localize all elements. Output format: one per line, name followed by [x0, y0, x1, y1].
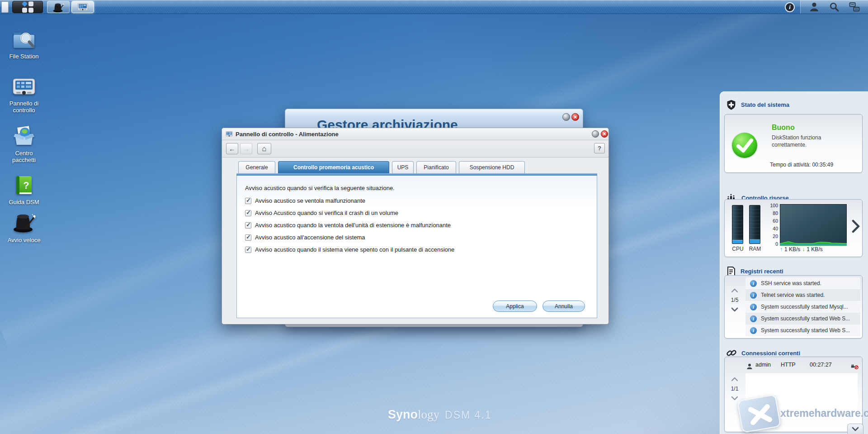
status-value: Buono — [772, 124, 795, 132]
checkbox-label: Avviso acustico se ventola malfunzionant… — [255, 197, 365, 204]
forward-button[interactable]: → — [240, 143, 252, 154]
dialog-titlebar[interactable]: Pannello di controllo - Alimentazione × — [222, 128, 609, 140]
cancel-button[interactable]: Annulla — [542, 300, 585, 312]
info-icon: i — [750, 280, 757, 287]
info-button[interactable]: i — [785, 2, 795, 12]
dialog-title: Pannello di controllo - Alimentazione — [236, 131, 339, 138]
desktop-icon-package-center[interactable]: Centro pacchetti — [4, 126, 44, 164]
page-down-chevron[interactable] — [731, 307, 738, 312]
help-book-icon: ? — [14, 175, 34, 196]
check-icon: ✓ — [246, 221, 251, 228]
info-icon: i — [750, 315, 757, 322]
checkbox-checked[interactable]: ✓ — [245, 210, 251, 216]
close-button[interactable]: × — [571, 113, 579, 121]
download-arrow-icon: ↓ — [802, 246, 805, 253]
help-button[interactable]: ? — [594, 143, 605, 153]
home-icon: ⌂ — [262, 144, 266, 153]
connections-box: 1/1 admin HTTP 00:27:27 — [724, 357, 863, 432]
checkbox-checked[interactable]: ✓ — [245, 234, 251, 241]
widgets-icon — [849, 2, 860, 12]
dialog-tabs: Generale Controllo promemoria acustico U… — [238, 161, 525, 173]
check-icon: ✓ — [246, 246, 251, 253]
minimize-button[interactable] — [592, 130, 599, 138]
cpu-gauge — [732, 205, 743, 244]
storage-manager-titlebar[interactable] — [285, 109, 583, 116]
desktop-icon-file-station[interactable]: File Station — [4, 28, 44, 60]
home-button[interactable]: ⌂ — [257, 143, 271, 154]
upload-arrow-icon: ↑ — [780, 246, 783, 253]
checkbox-checked[interactable]: ✓ — [245, 222, 251, 229]
log-row: i System successfully started Mysql... — [745, 301, 860, 313]
ram-label: RAM — [746, 246, 764, 252]
magic-hat-icon — [12, 211, 36, 234]
checkbox-label: Avviso Acustico quando si verifica il cr… — [255, 210, 398, 216]
apply-button[interactable]: Applica — [493, 300, 537, 312]
sidebar-collapse-button[interactable] — [847, 424, 863, 434]
help-icon: ? — [598, 145, 601, 152]
close-button[interactable]: × — [601, 130, 608, 138]
checkbox-row[interactable]: ✓ Avviso acustico quando la ventola dell… — [245, 222, 451, 229]
checkbox-row[interactable]: ✓ Avviso acustico quando il sistema vien… — [245, 246, 454, 253]
tab-pianificato[interactable]: Pianificato — [416, 161, 456, 173]
checkbox-checked[interactable]: ✓ — [245, 198, 251, 204]
connections-list-area — [745, 373, 858, 419]
log-row: i System successfully started Web S... — [745, 324, 860, 336]
control-panel-icon — [226, 131, 233, 137]
desktop-icon-label: Centro pacchetti — [4, 150, 44, 164]
tab-ups[interactable]: UPS — [392, 161, 414, 173]
page-up-chevron[interactable] — [731, 288, 738, 293]
cpu-label: CPU — [729, 246, 746, 252]
desktop: i — [0, 0, 868, 434]
checkbox-row[interactable]: ✓ Avviso acustico se ventola malfunziona… — [245, 197, 365, 204]
logs-page-indicator: 1/5 — [725, 297, 745, 303]
back-icon: ← — [229, 145, 236, 153]
next-page-chevron[interactable] — [851, 219, 860, 233]
page-up-chevron[interactable] — [731, 377, 738, 382]
desktop-icon-control-panel[interactable]: Pannello di controllo — [4, 77, 44, 114]
taskbar-quick-start-button[interactable] — [47, 1, 70, 13]
checkbox-label: Avviso acustico all'accensione del siste… — [255, 234, 365, 241]
tab-generale[interactable]: Generale — [238, 161, 275, 173]
desktop-icon-quick-start[interactable]: Avvio veloce — [4, 211, 44, 244]
package-center-icon — [12, 126, 36, 147]
status-ok-icon — [732, 133, 757, 158]
tab-sospensione-hdd[interactable]: Sospensione HDD — [459, 161, 525, 173]
info-icon: i — [750, 304, 757, 310]
network-speed-text: ↑ 1 KB/s ↓ 1 KB/s — [780, 246, 823, 253]
checkbox-row[interactable]: ✓ Avviso Acustico quando si verifica il … — [245, 210, 398, 216]
page-down-chevron[interactable] — [731, 396, 738, 401]
user-button[interactable] — [809, 2, 820, 12]
search-button[interactable] — [829, 2, 840, 12]
tab-controllo-promemoria-acustico[interactable]: Controllo promemoria acustico — [278, 161, 389, 173]
chevron-down-icon — [852, 427, 859, 431]
control-panel-icon — [77, 2, 88, 12]
log-row: i SSH service was started. — [745, 277, 860, 289]
checkbox-row[interactable]: ✓ Avviso acustico all'accensione del sis… — [245, 234, 365, 241]
taskbar-control-panel-button[interactable] — [71, 1, 94, 13]
minimize-button[interactable] — [562, 113, 570, 121]
connections-page-indicator: 1/1 — [725, 386, 745, 392]
search-icon — [829, 2, 839, 12]
connection-row: admin HTTP 00:27:27 — [745, 362, 859, 372]
disconnect-icon[interactable] — [850, 362, 859, 370]
checkbox-checked[interactable]: ✓ — [245, 247, 251, 253]
desktop-icon-dsm-help[interactable]: ? Guida DSM — [4, 175, 44, 206]
desktop-icon-label: Avvio veloce — [4, 237, 44, 244]
show-desktop-button[interactable] — [1, 1, 9, 13]
resource-monitor-box: CPU RAM 10080 6040 200 ↑ 1 KB/s ↓ 1 KB/s — [724, 199, 863, 257]
control-panel-dialog: Pannello di controllo - Alimentazione × … — [222, 128, 609, 324]
shield-icon — [726, 100, 736, 110]
recent-logs-box: 1/5 i SSH service was started. i Telnet … — [724, 275, 863, 339]
connections-pager: 1/1 — [725, 377, 745, 401]
check-icon: ✓ — [246, 234, 251, 240]
main-menu-button[interactable] — [12, 1, 43, 13]
tab-content-panel: Avviso acustico quando si verifica la se… — [236, 176, 597, 318]
synology-dsm-logo: SynologyDSM 4.1 — [388, 408, 492, 422]
checkbox-label: Avviso acustico quando la ventola dell'u… — [255, 222, 451, 229]
desktop-icon-label: Guida DSM — [4, 199, 44, 206]
desktop-icon-label: Pannello di controllo — [4, 100, 44, 114]
log-row: i System successfully started Web S... — [745, 313, 860, 324]
forward-icon: → — [243, 145, 250, 153]
back-button[interactable]: ← — [226, 143, 238, 154]
pilot-view-button[interactable] — [849, 2, 860, 12]
